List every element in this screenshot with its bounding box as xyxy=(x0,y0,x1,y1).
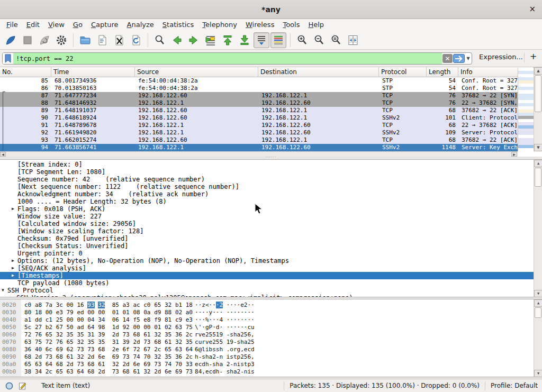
collapsed-arrow-icon[interactable]: ▶ xyxy=(12,272,17,279)
detail-line[interactable]: [Next sequence number: 1122 (relative se… xyxy=(0,183,534,190)
menu-help[interactable]: Help xyxy=(304,19,328,31)
detail-line[interactable]: [Window size scaling factor: 128] xyxy=(0,227,534,235)
hex-row-0090[interactable]: 009068 2d 73 68 61 32 2d 6e 69 73 74 70 … xyxy=(0,353,534,361)
detail-line[interactable]: [Calculated window size: 29056] xyxy=(0,220,534,227)
column-header-destination[interactable]: Destination xyxy=(258,67,379,77)
close-window-icon[interactable]: × xyxy=(529,4,536,14)
packet-list-hscrollbar[interactable]: ◀ ▶ xyxy=(0,151,518,157)
hex-row-0040[interactable]: 0040a1 dd c1 25 00 00 04 34 06 14 f5 e8 … xyxy=(0,316,534,324)
find-packet-icon[interactable] xyxy=(152,32,168,48)
menu-go[interactable]: Go xyxy=(69,19,87,31)
detail-line[interactable]: ▶Options: (12 bytes), No-Operation (NOP)… xyxy=(0,257,534,265)
collapsed-arrow-icon[interactable]: ▶ xyxy=(12,257,17,265)
detail-line[interactable]: Acknowledgment number: 34 (relative ack … xyxy=(0,190,534,198)
hex-row-0060[interactable]: 006072 76 65 32 35 35 31 39 2d 73 68 61 … xyxy=(0,331,534,339)
scroll-right-icon[interactable]: ▶ xyxy=(511,152,517,157)
collapsed-arrow-icon[interactable]: ▶ xyxy=(12,205,17,213)
detail-line[interactable]: Window size value: 227 xyxy=(0,213,534,220)
menu-statistics[interactable]: Statistics xyxy=(158,19,198,31)
scroll-left-icon[interactable]: ◀ xyxy=(0,152,6,157)
menu-capture[interactable]: Capture xyxy=(87,19,123,31)
filter-apply-icon[interactable] xyxy=(453,54,465,63)
packet-row-85[interactable]: 8568.001734936fe:54:00:d4:38:2aSTP54Conf… xyxy=(0,77,518,85)
go-last-packet-icon[interactable] xyxy=(237,32,252,48)
zoom-out-icon[interactable] xyxy=(311,32,327,48)
hex-row-00a0[interactable]: 00a065 63 64 68 2d 73 68 61 32 2d 6e 69 … xyxy=(0,361,534,368)
filter-bookmark-icon[interactable] xyxy=(3,53,13,64)
packet-row-93[interactable]: 9371.662015274192.168.122.60192.168.122.… xyxy=(0,136,518,144)
display-filter-input[interactable] xyxy=(13,53,442,64)
scrollbar-thumb[interactable] xyxy=(535,75,541,112)
detail-line[interactable]: [Stream index: 0] xyxy=(0,161,534,168)
resize-columns-icon[interactable] xyxy=(345,32,361,48)
detail-line[interactable]: TCP payload (1080 bytes) xyxy=(0,279,534,287)
hex-row-00b0[interactable]: 00b038 34 2c 65 63 64 68 2d 73 68 61 32 … xyxy=(0,368,534,376)
hex-row-0030[interactable]: 003080 18 00 e3 79 ed 00 00 01 01 08 0a … xyxy=(0,309,534,316)
profile-status[interactable]: Profile: Default xyxy=(491,382,538,389)
detail-line[interactable]: Sequence number: 42 (relative sequence n… xyxy=(0,176,534,183)
hex-row-0070[interactable]: 007063 75 72 76 65 32 35 35 31 39 2d 73 … xyxy=(0,339,534,346)
packet-row-88[interactable]: 8871.648146932192.168.122.1192.168.122.6… xyxy=(0,99,518,107)
go-to-packet-icon[interactable] xyxy=(203,32,219,48)
wireshark-start-capture-icon[interactable] xyxy=(3,32,19,48)
zoom-original-icon[interactable] xyxy=(328,32,344,48)
column-header-time[interactable]: Time xyxy=(51,67,135,77)
colorize-packets-icon[interactable] xyxy=(270,32,286,48)
scroll-up-icon[interactable]: ▲ xyxy=(534,67,542,75)
packet-row-89[interactable]: 8971.648191037192.168.122.60192.168.122.… xyxy=(0,107,518,114)
capture-options-icon[interactable] xyxy=(53,32,69,48)
scrollbar-thumb[interactable] xyxy=(535,168,541,187)
close-file-icon[interactable] xyxy=(111,32,127,48)
open-file-icon[interactable] xyxy=(77,32,93,48)
detail-line[interactable]: [Checksum Status: Unverified] xyxy=(0,242,534,250)
intelligent-scrollbar-minimap[interactable] xyxy=(518,68,534,151)
detail-line[interactable]: ▶[SEQ/ACK analysis] xyxy=(0,265,534,272)
go-forward-icon[interactable] xyxy=(186,32,202,48)
expanded-arrow-icon[interactable]: ▼ xyxy=(2,287,7,294)
detail-line[interactable]: Checksum: 0x79ed [unverified] xyxy=(0,235,534,242)
column-header-protocol[interactable]: Protocol xyxy=(379,67,427,77)
scroll-down-icon[interactable]: ▼ xyxy=(534,144,542,151)
packet-row-86[interactable]: 8670.013850163fe:54:00:d4:38:2aSTP54Conf… xyxy=(0,85,518,92)
hex-row-0020[interactable]: 0020c0 a8 7a 3c 00 16 93 32 85 a3 ac c0 … xyxy=(0,302,534,309)
reload-file-icon[interactable] xyxy=(128,32,144,48)
menu-file[interactable]: File xyxy=(2,19,22,31)
capture-comment-icon[interactable] xyxy=(19,382,26,390)
go-back-icon[interactable] xyxy=(169,32,185,48)
auto-scroll-icon[interactable] xyxy=(254,32,269,48)
packet-row-94[interactable]: 9471.663856741192.168.122.1192.168.122.6… xyxy=(0,144,518,151)
detail-line[interactable]: ▶[Timestamps] xyxy=(0,272,534,279)
packet-row-91[interactable]: 9171.648789678192.168.122.1192.168.122.6… xyxy=(0,122,518,129)
filter-history-caret-icon[interactable]: ▼ xyxy=(465,56,472,61)
detail-line[interactable]: ▼SSH Protocol xyxy=(0,287,534,294)
packet-row-87[interactable]: 8771.647777234192.168.122.60192.168.122.… xyxy=(0,92,518,99)
scrollbar-thumb[interactable] xyxy=(535,307,541,318)
detail-line[interactable]: Urgent pointer: 0 xyxy=(0,250,534,257)
collapsed-arrow-icon[interactable]: ▶ xyxy=(12,265,17,272)
detail-line[interactable]: ▶Flags: 0x018 (PSH, ACK) xyxy=(0,205,534,213)
scroll-up-icon[interactable]: ▲ xyxy=(534,160,542,167)
packet-row-90[interactable]: 9071.648618924192.168.122.60192.168.122.… xyxy=(0,114,518,122)
packet-row-92[interactable]: 9271.661949820192.168.122.1192.168.122.6… xyxy=(0,129,518,136)
packet-list-vscrollbar[interactable]: ▲ ▼ xyxy=(534,67,542,151)
menu-edit[interactable]: Edit xyxy=(22,19,44,31)
expression-button[interactable]: Expression... xyxy=(479,53,523,61)
restart-capture-icon[interactable] xyxy=(37,32,52,48)
zoom-in-icon[interactable] xyxy=(294,32,310,48)
stop-capture-icon[interactable] xyxy=(20,32,35,48)
menu-telephony[interactable]: Telephony xyxy=(198,19,241,31)
add-filter-button[interactable]: + xyxy=(530,51,537,61)
detail-line[interactable]: 1000 .... = Header Length: 32 bytes (8) xyxy=(0,198,534,205)
column-header-length[interactable]: Length xyxy=(427,67,458,77)
details-vscrollbar[interactable]: ▲ ▼ xyxy=(534,160,542,297)
save-file-icon[interactable] xyxy=(94,32,110,48)
menu-tools[interactable]: Tools xyxy=(278,19,304,31)
menu-wireless[interactable]: Wireless xyxy=(241,19,278,31)
bytes-vscrollbar[interactable]: ▲ ▼ xyxy=(534,299,542,377)
menu-analyze[interactable]: Analyze xyxy=(123,19,158,31)
column-header-no[interactable]: No. xyxy=(0,67,51,77)
scroll-down-icon[interactable]: ▼ xyxy=(534,290,542,297)
scroll-down-icon[interactable]: ▼ xyxy=(534,370,542,377)
menu-view[interactable]: View xyxy=(44,19,69,31)
column-header-source[interactable]: Source xyxy=(135,67,258,77)
